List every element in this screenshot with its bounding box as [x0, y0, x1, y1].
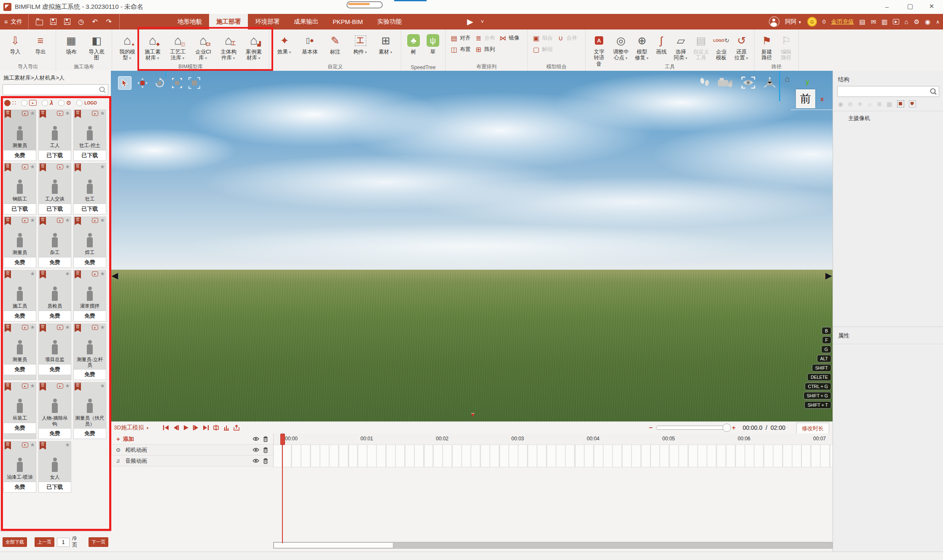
viewport-right-edge-marker[interactable]: ▶	[825, 271, 832, 281]
chat-icon[interactable]: ✉	[871, 18, 876, 26]
collapse-ribbon-icon[interactable]: ∧	[936, 19, 940, 25]
rotate-tool[interactable]	[153, 77, 166, 89]
asset-card[interactable]: 官▸★测量员免费	[3, 110, 36, 161]
asset-search-box[interactable]	[3, 84, 108, 95]
construction-material-library-button[interactable]: ⌂◆ 施工素材库▼	[140, 31, 165, 61]
isolate-selection-icon[interactable]	[897, 100, 904, 107]
keyframe-chart-icon[interactable]	[223, 425, 229, 431]
video-add-icon[interactable]: ▸	[57, 218, 63, 223]
new-path-button[interactable]: ⚑ 新建路径	[757, 31, 776, 61]
audio-track-row[interactable]: ♫ 音频动画	[111, 456, 273, 466]
locate-frame-icon[interactable]	[213, 425, 219, 431]
zoom-slider[interactable]	[656, 426, 728, 430]
camera-icon[interactable]	[717, 77, 734, 90]
open-folder-icon[interactable]	[35, 18, 43, 26]
enterprise-ci-library-button[interactable]: ⌂CI 企业CI库▼	[191, 31, 216, 61]
track-grid-rows[interactable]	[273, 445, 833, 467]
filter-all-radio[interactable]	[4, 100, 11, 106]
asset-card[interactable]: 官▸★吊装工免费	[3, 382, 36, 439]
eye-icon[interactable]	[253, 458, 259, 463]
my-models-button[interactable]: ⌂● 我的模型▼	[115, 31, 140, 61]
simulation-mode-dropdown[interactable]: 3D施工模拟 ▼	[114, 424, 149, 431]
favorite-star-icon[interactable]: ★	[30, 442, 35, 448]
adjust-pivot-button[interactable]: ◎ 调整中心点▼	[610, 31, 632, 61]
asset-card[interactable]: 官▸★工人交谈已下载	[38, 163, 71, 214]
favorite-star-icon[interactable]: ★	[100, 217, 105, 223]
favorite-star-icon[interactable]: ★	[65, 442, 70, 448]
asset-card[interactable]: 官▸★钢筋工已下载	[3, 163, 36, 214]
primitive-button[interactable]: ▯● 基本体	[297, 31, 322, 55]
browser-icon[interactable]: ◉	[925, 18, 930, 26]
select-similar-button[interactable]: ▱ 选择同类▼	[671, 31, 691, 61]
asset-card[interactable]: 官▸★壮工已下载	[73, 163, 106, 214]
file-menu[interactable]: ≡ 文件	[0, 14, 29, 29]
export-animation-icon[interactable]	[233, 425, 240, 431]
recharge-link[interactable]: 金币充值	[831, 18, 854, 26]
component-button[interactable]: 工 构件▼	[348, 31, 373, 55]
filter-action-radio[interactable]	[42, 100, 48, 106]
filter-tool-radio[interactable]	[58, 100, 64, 106]
zoom-slider-thumb[interactable]	[723, 423, 731, 432]
video-add-icon[interactable]: ▸	[92, 271, 98, 276]
video-add-icon[interactable]: ▸	[92, 325, 98, 330]
axis-x-label[interactable]: x	[820, 95, 824, 102]
timeline-grid[interactable]: 00:00 00:01 00:02 00:03 00:04 00:05 00:0…	[273, 434, 833, 467]
favorite-star-icon[interactable]: ★	[100, 163, 105, 170]
video-add-icon[interactable]: ▸	[22, 164, 28, 169]
asset-card[interactable]: 官▸★油漆工-喷涂免费	[3, 441, 36, 493]
favorite-star-icon[interactable]: ★	[65, 383, 70, 389]
enterprise-template-button[interactable]: LOGO↻ 企业模板	[711, 31, 731, 61]
frame-tool[interactable]	[188, 77, 201, 89]
tab-environment-deploy[interactable]: 环境部署	[248, 14, 287, 29]
axis-gizmo-icon[interactable]	[763, 76, 777, 91]
asset-card[interactable]: 官▸★测量员免费	[3, 324, 36, 380]
restore-position-button[interactable]: ↺ 还原位置▼	[731, 31, 752, 61]
settings-gear-icon[interactable]: ⚙	[914, 18, 919, 26]
next-page-button[interactable]: 下一页	[89, 537, 108, 547]
eye-icon[interactable]	[253, 447, 259, 452]
video-tutorial-icon[interactable]: ▶	[893, 19, 899, 24]
video-add-icon[interactable]: ▸	[92, 218, 98, 223]
next-frame-icon[interactable]	[193, 425, 199, 431]
grass-button[interactable]: ψ 草	[423, 31, 443, 55]
annotation-button[interactable]: ✎ 标注	[322, 31, 348, 55]
model-repair-button[interactable]: ⊕ 模型修复▼	[632, 31, 652, 61]
video-add-icon[interactable]: ▸	[57, 325, 63, 330]
redo-icon[interactable]: ↷	[105, 18, 113, 26]
undo-icon[interactable]: ↶	[91, 18, 99, 26]
favorite-star-icon[interactable]: ★	[65, 271, 70, 277]
frame-selection-icon[interactable]	[909, 100, 916, 107]
favorite-star-icon[interactable]: ★	[30, 110, 35, 116]
asset-card[interactable]: 官▸★测量员免费	[3, 217, 36, 268]
favorite-star-icon[interactable]: ★	[65, 163, 70, 170]
save-icon[interactable]	[49, 18, 57, 26]
favorite-star-icon[interactable]: ★	[30, 163, 35, 170]
manual-icon[interactable]: ▥	[881, 18, 887, 26]
zoom-in-icon[interactable]: +	[732, 424, 736, 431]
asset-card[interactable]: 官▸★灌浆搅拌免费	[73, 270, 106, 322]
video-add-icon[interactable]: ▸	[57, 383, 63, 389]
asset-card[interactable]: 官▸★焊工免费	[73, 217, 106, 268]
import-button[interactable]: ⇩ 导入	[3, 31, 28, 55]
favorite-star-icon[interactable]: ★	[30, 324, 35, 330]
layout-button[interactable]: ◫布置	[450, 46, 470, 54]
page-number-input[interactable]	[57, 538, 70, 547]
filter-logo-radio[interactable]	[76, 100, 83, 106]
align-button[interactable]: ▤对齐	[450, 34, 470, 42]
document-icon[interactable]: ▤	[859, 18, 865, 26]
asset-card[interactable]: 官▸★质检员免费	[38, 270, 71, 322]
video-add-icon[interactable]: ▸	[22, 111, 28, 116]
camera-track-row[interactable]: ⊙ 相机动画	[111, 445, 273, 456]
asset-card[interactable]: 官▸★人物-摘除吊钩免费	[38, 382, 71, 439]
zoom-out-icon[interactable]: −	[649, 424, 653, 431]
video-add-icon[interactable]: ▸	[22, 325, 28, 330]
site-layout-button[interactable]: ▦ 场布	[59, 31, 84, 55]
asset-card[interactable]: 官▸★杂工免费	[38, 217, 71, 268]
array-button[interactable]: ⊞阵列	[475, 46, 495, 54]
favorite-star-icon[interactable]: ★	[100, 324, 105, 330]
maximize-button[interactable]: ▢	[900, 0, 920, 13]
viewcube-front[interactable]: 前	[796, 89, 815, 108]
material-button[interactable]: ⊞ 素材▼	[373, 31, 398, 55]
tab-output[interactable]: 成果输出	[287, 14, 325, 29]
text-to-speech-button[interactable]: A 文字转语音	[588, 31, 610, 67]
